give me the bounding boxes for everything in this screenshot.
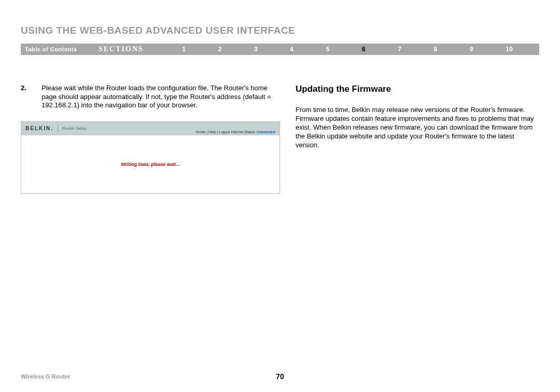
- section-link-2[interactable]: 2: [218, 46, 222, 53]
- toc-link[interactable]: Table of Contents: [21, 46, 99, 52]
- section-link-9[interactable]: 9: [470, 46, 473, 53]
- page-number: 70: [276, 372, 284, 381]
- section-link-8[interactable]: 8: [434, 46, 438, 53]
- page-footer: Wireless G Router 70: [21, 373, 539, 380]
- section-link-3[interactable]: 3: [254, 46, 258, 53]
- section-link-7[interactable]: 7: [398, 46, 401, 53]
- left-column: 2. Please wait while the Router loads th…: [21, 84, 280, 194]
- internet-status-value: Connected: [257, 130, 275, 134]
- section-link-4[interactable]: 4: [290, 46, 293, 53]
- section-nav-bar: Table of Contents SECTIONS 1 2 3 4 5 6 7…: [21, 44, 539, 55]
- screenshot-links: Home | Help | Logout Internet Status: Co…: [196, 130, 275, 134]
- firmware-heading: Updating the Firmware: [296, 84, 539, 94]
- vertical-divider: [58, 125, 58, 132]
- section-link-10[interactable]: 10: [506, 46, 512, 53]
- screenshot-body: Writing Data, please wait...: [21, 135, 279, 193]
- writing-data-message: Writing Data, please wait...: [121, 162, 179, 167]
- step-2: 2. Please wait while the Router loads th…: [21, 84, 280, 110]
- belkin-logo: BELKIN.: [25, 125, 53, 131]
- section-link-6[interactable]: 6: [362, 46, 366, 53]
- section-link-1[interactable]: 1: [182, 46, 186, 53]
- section-numbers: 1 2 3 4 5 6 7 8 9 10: [166, 46, 539, 53]
- page-title: USING THE WEB-BASED ADVANCED USER INTERF…: [21, 25, 539, 36]
- step-number: 2.: [21, 84, 30, 110]
- screenshot-nav-links: Home | Help | Logout Internet Status:: [196, 130, 256, 134]
- router-screenshot: BELKIN. Router Setup Home | Help | Logou…: [21, 121, 280, 194]
- footer-product-name: Wireless G Router: [21, 373, 70, 380]
- firmware-body: From time to time, Belkin may release ne…: [296, 106, 539, 149]
- step-text: Please wait while the Router loads the c…: [41, 84, 280, 110]
- sections-label: SECTIONS: [99, 45, 166, 53]
- right-column: Updating the Firmware From time to time,…: [296, 84, 539, 194]
- screenshot-header: BELKIN. Router Setup Home | Help | Logou…: [21, 122, 279, 135]
- section-link-5[interactable]: 5: [326, 46, 330, 53]
- screenshot-title: Router Setup: [62, 126, 87, 131]
